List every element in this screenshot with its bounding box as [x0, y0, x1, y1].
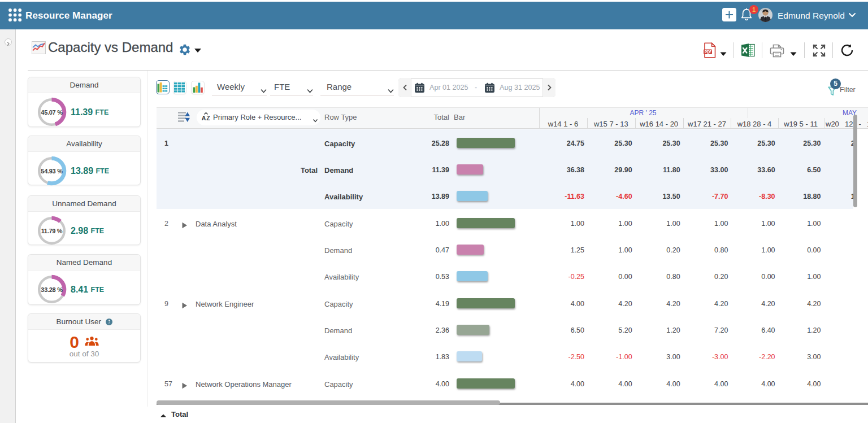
svg-text:Z: Z — [206, 115, 210, 121]
svg-text:A: A — [202, 115, 206, 121]
